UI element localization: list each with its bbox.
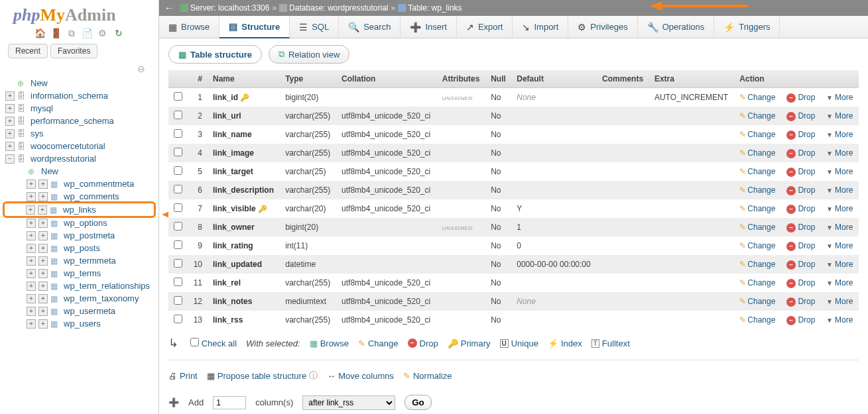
row-checkbox[interactable] [174,111,182,119]
expand-icon[interactable]: + [27,192,36,201]
tree-node-label[interactable]: woocomercetutorial [31,141,105,151]
tab-triggers[interactable]: ⚡Triggers [714,16,780,38]
expand-icon[interactable]: + [38,180,48,189]
tree-item[interactable]: ++▦wp_posts [5,242,153,254]
expand-icon[interactable]: + [27,282,36,291]
tree-item[interactable]: +🗄mysql [5,102,153,115]
expand-icon[interactable]: + [38,231,48,240]
tree-node-label[interactable]: sys [31,129,44,138]
tree-item[interactable]: +🗄performance_schema [5,115,153,127]
drop-link[interactable]: Drop [798,223,815,232]
expand-icon[interactable]: + [38,205,47,215]
tree-node-label[interactable]: New [41,166,58,176]
more-link[interactable]: More [835,167,853,176]
tree-node-label[interactable]: wp_options [64,218,107,228]
withsel-index[interactable]: ⚡Index [548,338,582,348]
more-link[interactable]: More [835,297,853,306]
expand-icon[interactable]: + [26,205,35,215]
change-link[interactable]: Change [747,185,775,195]
col-type[interactable]: Type [280,70,336,88]
change-link[interactable]: Change [747,130,775,139]
tab-sql[interactable]: ☰SQL [290,16,339,38]
tree-item[interactable]: ++▦wp_usermeta [5,305,153,317]
tab-insert[interactable]: ➕Insert [401,16,457,38]
tree-item[interactable]: ⊕New [5,77,153,89]
drop-link[interactable]: Drop [798,93,815,102]
expand-icon[interactable]: + [27,244,36,253]
withsel-unique[interactable]: UUnique [500,338,538,348]
logo[interactable]: phpMyAdmin [0,0,158,25]
drop-link[interactable]: Drop [798,260,815,269]
tree-item[interactable]: ++▦wp_options [5,217,153,229]
change-link[interactable]: Change [747,93,775,102]
tree-node-label[interactable]: wp_posts [64,243,100,253]
expand-icon[interactable]: + [27,231,36,240]
more-link[interactable]: More [835,148,853,158]
row-checkbox[interactable] [174,315,182,323]
withsel-drop[interactable]: −Drop [408,338,438,348]
withsel-browse[interactable]: ▦Browse [310,338,349,348]
more-link[interactable]: More [835,130,853,139]
change-link[interactable]: Change [747,223,775,232]
row-checkbox[interactable] [174,148,182,156]
row-checkbox[interactable] [174,222,182,231]
expand-icon[interactable]: + [27,319,36,329]
drop-link[interactable]: Drop [798,167,815,176]
tree-item[interactable]: ++▦wp_termmeta [5,254,153,267]
tree-item[interactable]: ⊕New [5,165,153,178]
tree-item[interactable]: ++▦wp_users [5,317,153,330]
tree-item[interactable]: ++▦wp_term_taxonomy [5,292,153,305]
change-link[interactable]: Change [747,260,775,269]
withsel-primary[interactable]: 🔑Primary [448,338,491,348]
add-after-select[interactable]: after link_rss [302,395,395,410]
table-link[interactable]: wp_links [432,3,462,13]
print-link[interactable]: 🖨Print [168,371,198,381]
drop-link[interactable]: Drop [798,148,815,158]
tree-item-highlighted[interactable]: ++▦wp_links [3,201,156,218]
row-checkbox[interactable] [174,296,182,305]
expand-icon[interactable]: + [5,129,15,138]
back-icon[interactable]: ← [164,3,174,13]
tree-node-label[interactable]: wp_postmeta [64,231,115,240]
server-link[interactable]: localhost:3306 [218,3,269,13]
recent-tab[interactable]: Recent [8,44,48,58]
drop-link[interactable]: Drop [798,130,815,139]
subtab-table-structure[interactable]: ▦ Table structure [168,45,262,64]
home-icon[interactable]: 🏠 [34,28,45,38]
expand-icon[interactable]: + [5,142,15,151]
tree-node-label[interactable]: performance_schema [31,116,114,126]
row-checkbox[interactable] [174,129,182,138]
col-collation[interactable]: Collation [336,70,437,88]
tab-search[interactable]: 🔍Search [339,16,401,38]
tab-import[interactable]: ↘Import [513,16,568,38]
drop-link[interactable]: Drop [798,297,815,306]
tree-node-label[interactable]: wordpresstutorial [31,154,96,164]
more-link[interactable]: More [835,204,853,213]
more-link[interactable]: More [835,260,853,269]
tree-node-label[interactable]: wp_term_relationships [64,281,150,291]
more-link[interactable]: More [835,315,853,325]
expand-icon[interactable]: + [38,219,48,228]
expand-icon[interactable]: + [5,91,15,101]
help-icon[interactable]: ⓘ [309,370,318,382]
drop-link[interactable]: Drop [798,111,815,121]
sql-icon[interactable]: ⧉ [66,28,77,38]
reload-icon[interactable]: ↻ [113,28,124,38]
tab-structure[interactable]: ▤Structure [219,16,290,38]
col-default[interactable]: Default [511,70,597,88]
more-link[interactable]: More [835,278,853,287]
checkall[interactable]: Check all [190,338,237,348]
col-null[interactable]: Null [485,70,511,88]
change-link[interactable]: Change [747,167,775,176]
favorites-tab[interactable]: Favorites [50,44,97,58]
expand-icon[interactable]: + [5,117,15,126]
row-checkbox[interactable] [174,259,182,268]
drop-link[interactable]: Drop [798,241,815,250]
docs-icon[interactable]: 📄 [82,28,92,38]
change-link[interactable]: Change [747,315,775,325]
col-attributes[interactable]: Attributes [437,70,485,88]
tree-item[interactable]: ++▦wp_postmeta [5,229,153,242]
col-comments[interactable]: Comments [597,70,649,88]
tree-node-label[interactable]: wp_term_taxonomy [64,293,139,303]
subtab-relation-view[interactable]: ⧉ Relation view [269,45,349,64]
